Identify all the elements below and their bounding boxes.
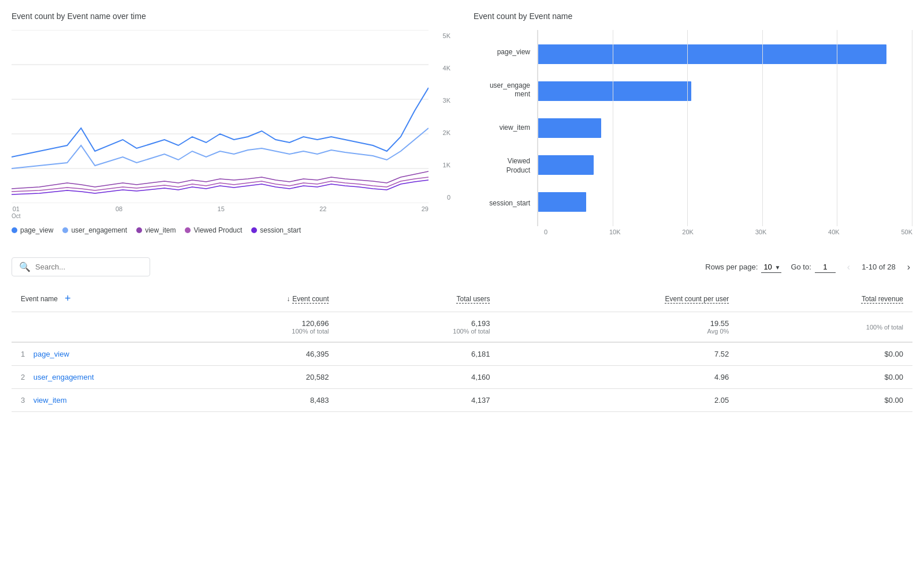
bar-x-50k: 50K xyxy=(901,229,912,235)
bar-label-viewed-product: ViewedProduct xyxy=(474,157,530,175)
row-3-event-count: 8,483 xyxy=(162,389,338,412)
bar-chart-title: Event count by Event name xyxy=(474,12,912,21)
table-section: 🔍 Rows per page: 10 25 50 ▼ Go to: ‹ xyxy=(12,253,912,412)
rows-per-page-label: Rows per page: xyxy=(705,263,758,271)
legend-dot-view-item xyxy=(136,227,142,233)
legend-session-start: session_start xyxy=(251,226,301,234)
bar-view-item xyxy=(538,118,601,138)
next-page-button[interactable]: › xyxy=(905,261,912,274)
page-info: 1-10 of 28 xyxy=(862,263,896,271)
go-to: Go to: xyxy=(791,261,835,273)
prev-page-button[interactable]: ‹ xyxy=(845,261,852,274)
row-1-total-users: 6,181 xyxy=(338,342,500,366)
row-1-event-count: 46,395 xyxy=(162,342,338,366)
y-label-3k: 3K xyxy=(433,97,450,104)
bar-label-session-start: session_start xyxy=(474,199,530,208)
sort-arrow-icon: ↓ xyxy=(286,295,290,303)
row-2-event-count: 20,582 xyxy=(162,366,338,389)
legend-page-view: page_view xyxy=(12,226,53,234)
x-label-15: 15 xyxy=(218,205,225,219)
row-2-name: 2 user_engagement xyxy=(12,366,162,389)
pagination-controls: Rows per page: 10 25 50 ▼ Go to: ‹ 1-10 … xyxy=(705,261,912,274)
x-label-29: 29 xyxy=(422,205,429,219)
row-2-total-revenue: $0.00 xyxy=(738,366,912,389)
totals-event-count: 120,696 100% of total xyxy=(162,312,338,343)
totals-event-count-per-user: 19.55 Avg 0% xyxy=(499,312,738,343)
table-row: 2 user_engagement 20,582 4,160 4.96 $0.0… xyxy=(12,366,912,389)
bar-page-view xyxy=(538,44,886,64)
x-label-01: 01Oct xyxy=(12,205,21,219)
row-1-name: 1 page_view xyxy=(12,342,162,366)
totals-total-users: 6,193 100% of total xyxy=(338,312,500,343)
table-controls: 🔍 Rows per page: 10 25 50 ▼ Go to: ‹ xyxy=(12,253,912,281)
bar-session-start xyxy=(538,192,586,212)
bar-label-user-engagement: user_engagement xyxy=(474,81,530,99)
totals-row: 120,696 100% of total 6,193 100% of tota… xyxy=(12,312,912,343)
legend-dot-session-start xyxy=(251,227,257,233)
row-1-total-revenue: $0.00 xyxy=(738,342,912,366)
legend-dot-user-engagement xyxy=(62,227,68,233)
line-chart-container: Event count by Event name over time xyxy=(12,12,450,235)
search-box[interactable]: 🔍 xyxy=(12,257,150,276)
bar-label-page-view: page_view xyxy=(474,48,530,57)
table-row: 1 page_view 46,395 6,181 7.52 $0.00 xyxy=(12,342,912,366)
col-header-total-revenue: Total revenue xyxy=(738,286,912,312)
row-2-link[interactable]: user_engagement xyxy=(33,373,94,381)
col-header-event-name: Event name + xyxy=(12,286,162,312)
legend-dot-viewed-product xyxy=(185,227,191,233)
totals-name xyxy=(12,312,162,343)
row-3-event-count-per-user: 2.05 xyxy=(499,389,738,412)
line-chart-legend: page_view user_engagement view_item View… xyxy=(12,226,450,234)
x-label-22: 22 xyxy=(319,205,326,219)
search-input[interactable] xyxy=(35,263,143,271)
y-label-5k: 5K xyxy=(433,32,450,39)
go-to-label: Go to: xyxy=(791,263,811,271)
y-label-2k: 2K xyxy=(433,129,450,136)
col-header-event-count: ↓ Event count xyxy=(162,286,338,312)
add-column-button[interactable]: + xyxy=(62,293,73,305)
x-label-08: 08 xyxy=(116,205,122,219)
legend-viewed-product: Viewed Product xyxy=(185,226,242,234)
row-3-total-users: 4,137 xyxy=(338,389,500,412)
go-to-input[interactable] xyxy=(815,261,836,273)
y-label-4k: 4K xyxy=(433,65,450,72)
line-chart-svg xyxy=(12,30,429,203)
rows-per-page: Rows per page: 10 25 50 ▼ xyxy=(705,261,781,273)
totals-total-revenue: 100% of total xyxy=(738,312,912,343)
bar-x-0: 0 xyxy=(544,229,547,235)
bar-chart-container: Event count by Event name page_view user… xyxy=(474,12,912,235)
search-icon: 🔍 xyxy=(19,261,31,272)
bar-x-20k: 20K xyxy=(682,229,694,235)
bar-x-40k: 40K xyxy=(828,229,840,235)
bar-user-engagement xyxy=(538,81,691,101)
data-table: Event name + ↓ Event count Total users E… xyxy=(12,286,912,412)
row-1-event-count-per-user: 7.52 xyxy=(499,342,738,366)
col-header-event-count-per-user: Event count per user xyxy=(499,286,738,312)
rows-per-page-wrapper[interactable]: 10 25 50 ▼ xyxy=(761,261,781,273)
table-row: 3 view_item 8,483 4,137 2.05 $0.00 xyxy=(12,389,912,412)
row-3-link[interactable]: view_item xyxy=(33,396,67,405)
row-2-total-users: 4,160 xyxy=(338,366,500,389)
bar-x-10k: 10K xyxy=(609,229,621,235)
col-header-total-users: Total users xyxy=(338,286,500,312)
y-label-0: 0 xyxy=(433,194,450,201)
legend-dot-page-view xyxy=(12,227,17,233)
y-label-1k: 1K xyxy=(433,162,450,168)
bar-viewed-product xyxy=(538,155,594,175)
rows-per-page-select[interactable]: 10 25 50 xyxy=(761,261,781,273)
row-1-link[interactable]: page_view xyxy=(33,350,69,358)
line-chart-title: Event count by Event name over time xyxy=(12,12,450,21)
legend-view-item: view_item xyxy=(136,226,176,234)
row-3-name: 3 view_item xyxy=(12,389,162,412)
row-3-total-revenue: $0.00 xyxy=(738,389,912,412)
row-2-event-count-per-user: 4.96 xyxy=(499,366,738,389)
legend-user-engagement: user_engagement xyxy=(62,226,127,234)
bar-label-view-item: view_item xyxy=(474,123,530,133)
bar-x-30k: 30K xyxy=(755,229,767,235)
